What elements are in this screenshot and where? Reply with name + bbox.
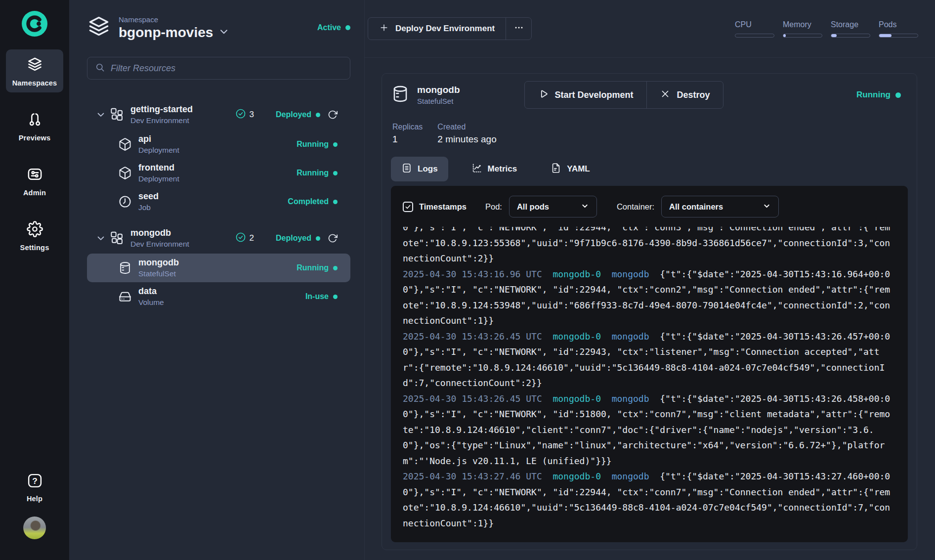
status-text: Running — [297, 140, 329, 149]
status-dot — [316, 113, 320, 117]
check-circle-icon — [235, 232, 246, 245]
log-line: 2025-04-30 15:43:27.46 UTC mongodb-0 mon… — [403, 469, 896, 484]
resource-row[interactable]: mongodb StatefulSet Running — [87, 254, 350, 282]
status-badge: Running — [297, 169, 338, 177]
created-meta: Created 2 minutes ago — [437, 123, 496, 145]
okteto-logo-icon[interactable] — [22, 11, 47, 37]
resource-row[interactable]: seed Job Completed — [87, 187, 350, 216]
logs-panel: Timestamps Pod: All pods Container: All … — [391, 186, 908, 542]
tab-logs[interactable]: Logs — [391, 157, 448, 181]
help-icon: ? — [27, 473, 43, 491]
sidebar-item-namespaces[interactable]: Namespaces — [6, 49, 63, 92]
detail-meta: Replicas 1 Created 2 minutes ago — [391, 123, 908, 145]
tab-yaml[interactable]: YAML — [540, 157, 600, 181]
resource-row[interactable]: data Volume In-use — [87, 282, 350, 311]
replica-count: 2 — [235, 232, 254, 245]
status-badge: Deployed — [276, 234, 320, 243]
log-line: ote":"10.8.9.124:53948","uuid":"686ff933… — [403, 298, 896, 313]
resources-column: Namespace bgonp-movies Active getting-st… — [70, 0, 365, 560]
resource-name: mongodb — [138, 258, 179, 268]
tab-metrics[interactable]: Metrics — [461, 157, 528, 181]
pod-select[interactable]: All pods — [509, 196, 597, 217]
chevron-down-icon[interactable] — [96, 110, 106, 120]
ellipsis-icon — [513, 22, 524, 35]
resource-name: data — [138, 286, 164, 297]
namespace-selector[interactable]: bgonp-movies — [119, 25, 229, 41]
deploy-dev-environment-button[interactable]: Deploy Dev Environment — [368, 18, 506, 40]
detail-tabs: Logs Metrics YAML — [391, 157, 908, 181]
chevron-down-icon[interactable] — [96, 233, 106, 243]
log-line: nectionCount":1}} — [403, 516, 896, 531]
resource-row-meta: In-use — [305, 292, 338, 301]
log-message: d":7,"connectionCount":2}} — [403, 378, 542, 388]
detail-area: mongodb StatefulSet Start Development De… — [365, 58, 935, 560]
resource-row[interactable]: api Deployment Running — [87, 130, 350, 159]
resource-row[interactable]: getting-started Dev Environment 3 Deploy… — [87, 99, 350, 130]
logs-icon — [401, 163, 412, 176]
container-select[interactable]: All containers — [661, 196, 779, 217]
app-root: Namespaces Previews Admin Settings — [0, 0, 935, 560]
replica-count: 3 — [235, 108, 254, 122]
refresh-icon[interactable] — [328, 233, 338, 243]
resource-row-meta: Running — [297, 140, 338, 149]
log-line: ote":"10.8.9.123:55368","uuid":"9f71b9c6… — [403, 235, 896, 251]
layers-icon — [27, 56, 43, 75]
log-line: 0"},"s":"I", "c":"NETWORK", "id":51800, … — [403, 406, 896, 422]
timestamps-label: Timestamps — [419, 202, 467, 212]
resource-icon — [118, 261, 132, 275]
start-development-button[interactable]: Start Development — [525, 82, 646, 108]
sidebar-item-settings[interactable]: Settings — [6, 214, 63, 257]
log-message: r":{"remote":"10.8.9.124:46610","uuid":"… — [403, 362, 885, 373]
search-icon — [95, 63, 105, 74]
log-line: nectionCount":2}} — [403, 251, 896, 266]
log-message: {"t":{"$date":"2025-04-30T15:43:26.458+0… — [660, 393, 890, 404]
log-line: ote":"10.8.9.124:46610","uuid":"5c136449… — [403, 500, 896, 516]
resource-list: getting-started Dev Environment 3 Deploy… — [87, 99, 350, 311]
status-text: Deployed — [276, 110, 311, 119]
meter-bar — [831, 34, 870, 38]
log-message: {"t":{"$date":"2025-04-30T15:43:16.964+0… — [660, 269, 890, 279]
log-line: 0"},"s":"I", "c":"NETWORK", "id":22944, … — [403, 227, 896, 235]
resource-row[interactable]: mongodb Dev Environment 2 Deployed — [87, 223, 350, 254]
meter-label: Storage — [831, 20, 870, 29]
chevron-down-icon — [218, 25, 229, 41]
sidebar-item-label: Settings — [20, 244, 49, 252]
log-message: 0"},"s":"I", "c":"NETWORK", "id":22944, … — [403, 284, 890, 295]
deploy-button-group: Deploy Dev Environment — [368, 17, 532, 40]
container-select-value: All containers — [669, 202, 723, 212]
replicas-label: Replicas — [392, 123, 423, 131]
sidebar-item-help[interactable]: ? Help — [27, 473, 43, 503]
filter-resources-input[interactable] — [111, 63, 342, 74]
detail-resource-name: mongodb — [417, 85, 460, 95]
refresh-icon[interactable] — [328, 110, 338, 120]
sidebar: Namespaces Previews Admin Settings — [0, 0, 70, 560]
resource-kind: Volume — [138, 298, 164, 307]
sidebar-item-previews[interactable]: Previews — [6, 104, 63, 147]
status-dot — [333, 295, 338, 299]
log-message: m":"'Node.js v20.11.1, LE (unified)"}}} — [403, 456, 612, 466]
sidebar-item-label: Admin — [23, 189, 46, 197]
meter-bar — [783, 34, 822, 38]
main-column: Deploy Dev Environment CPU Memory Storag… — [365, 0, 935, 560]
resource-name: seed — [138, 191, 159, 202]
resource-icon — [110, 108, 124, 122]
status-dot — [345, 25, 350, 30]
user-avatar[interactable] — [23, 517, 46, 539]
yaml-file-icon — [551, 163, 561, 176]
sidebar-item-admin[interactable]: Admin — [6, 159, 63, 202]
replicas-meta: Replicas 1 — [392, 123, 423, 145]
resource-row-meta: Running — [297, 169, 338, 177]
resource-kind: Deployment — [138, 174, 179, 183]
log-message: 0"},"s":"I", "c":"NETWORK", "id":22944, … — [403, 227, 890, 232]
destroy-button[interactable]: Destroy — [646, 82, 723, 108]
log-output[interactable]: 0"},"s":"I", "c":"NETWORK", "id":22944, … — [403, 227, 896, 542]
timestamps-checkbox[interactable] — [403, 202, 413, 212]
resource-kind: Dev Environment — [130, 116, 193, 125]
filter-resources-box — [87, 57, 350, 80]
chevron-down-icon — [581, 202, 589, 212]
more-actions-button[interactable] — [506, 18, 531, 40]
resource-row[interactable]: frontend Deployment Running — [87, 159, 350, 187]
sidebar-nav: Namespaces Previews Admin Settings — [6, 49, 63, 257]
detail-header: mongodb StatefulSet Start Development De… — [391, 81, 908, 109]
log-message: 0"},"s":"I", "c":"NETWORK", "id":22944, … — [403, 487, 890, 497]
